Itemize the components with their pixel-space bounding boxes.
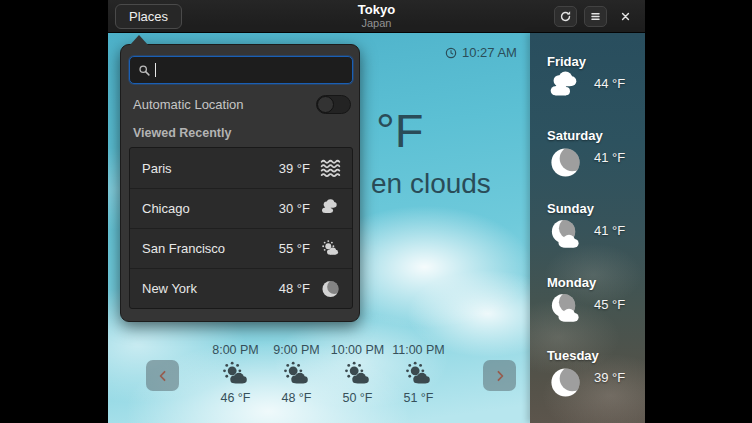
recent-places-list: Paris 39 °F Chicago 30 °F San Francisco … xyxy=(129,147,353,309)
chevron-left-icon xyxy=(156,369,170,383)
hour-temp: 50 °F xyxy=(342,391,372,405)
place-row-san-francisco[interactable]: San Francisco 55 °F xyxy=(130,228,352,268)
hourly-next-button[interactable] xyxy=(483,360,516,391)
hour-time: 8:00 PM xyxy=(212,343,259,357)
place-temp: 55 °F xyxy=(279,241,310,256)
header-actions xyxy=(554,6,637,27)
day-name: Sunday xyxy=(547,201,645,216)
day-temp: 45 °F xyxy=(594,297,625,312)
hourly-item: 11:00 PM 51 °F xyxy=(388,343,449,405)
moon-cloud-icon xyxy=(547,218,584,253)
place-name: Chicago xyxy=(142,201,190,216)
menu-button[interactable] xyxy=(584,6,607,27)
forecast-day-sunday[interactable]: Sunday 41 °F xyxy=(530,201,645,275)
screen: Places Tokyo Japan 10 xyxy=(0,0,752,423)
hourly-item: 10:00 PM 50 °F xyxy=(327,343,388,405)
weather-app-window: Places Tokyo Japan 10 xyxy=(108,0,645,423)
chevron-right-icon xyxy=(493,369,507,383)
hour-temp: 51 °F xyxy=(403,391,433,405)
close-icon xyxy=(619,10,632,23)
search-field[interactable] xyxy=(156,63,346,78)
place-name: Paris xyxy=(142,161,172,176)
hour-time: 9:00 PM xyxy=(273,343,320,357)
hour-temp: 48 °F xyxy=(281,391,311,405)
hourly-item: 9:00 PM 48 °F xyxy=(266,343,327,405)
place-name: New York xyxy=(142,281,197,296)
condition-text: en clouds xyxy=(371,167,491,201)
places-popover: Automatic Location Viewed Recently Paris… xyxy=(120,44,360,322)
hour-time: 10:00 PM xyxy=(331,343,385,357)
day-name: Tuesday xyxy=(547,348,645,363)
close-button[interactable] xyxy=(614,6,637,27)
forecast-day-tuesday[interactable]: Tuesday 39 °F xyxy=(530,348,645,422)
automatic-location-row: Automatic Location xyxy=(133,95,351,114)
clouds-icon xyxy=(318,198,343,219)
automatic-location-label: Automatic Location xyxy=(133,97,244,112)
day-temp: 41 °F xyxy=(594,150,625,165)
place-row-chicago[interactable]: Chicago 30 °F xyxy=(130,188,352,228)
popover-arrow xyxy=(130,35,148,45)
sun-cloud-icon xyxy=(220,360,251,390)
day-temp: 44 °F xyxy=(594,76,625,91)
moon-icon xyxy=(547,145,584,180)
forecast-day-monday[interactable]: Monday 45 °F xyxy=(530,275,645,349)
refresh-button[interactable] xyxy=(554,6,577,27)
automatic-location-toggle[interactable] xyxy=(316,95,351,114)
viewed-recently-heading: Viewed Recently xyxy=(133,126,231,140)
header-bar: Places Tokyo Japan xyxy=(108,0,645,33)
sun-cloud-icon xyxy=(403,360,434,390)
current-time: 10:27 AM xyxy=(445,45,517,60)
moon-cloud-icon xyxy=(547,292,584,327)
moon-icon xyxy=(547,365,584,400)
hourly-prev-button[interactable] xyxy=(146,360,179,391)
search-icon xyxy=(138,64,151,77)
current-time-label: 10:27 AM xyxy=(462,45,517,60)
sun-cloud-icon xyxy=(342,360,373,390)
place-temp: 48 °F xyxy=(279,281,310,296)
clock-icon xyxy=(445,47,457,59)
hourly-item: 8:00 PM 46 °F xyxy=(205,343,266,405)
day-name: Friday xyxy=(547,54,645,69)
sun-cloud-icon xyxy=(318,238,343,259)
place-row-new-york[interactable]: New York 48 °F xyxy=(130,268,352,308)
hour-time: 11:00 PM xyxy=(392,343,445,357)
place-name: San Francisco xyxy=(142,241,225,256)
hourly-forecast: 8:00 PM 46 °F 9:00 PM 48 °F 10:00 PM 50 … xyxy=(205,343,449,405)
hour-temp: 46 °F xyxy=(220,391,250,405)
search-input[interactable] xyxy=(129,56,353,84)
day-name: Monday xyxy=(547,275,645,290)
temperature-unit: °F xyxy=(376,107,424,154)
places-button[interactable]: Places xyxy=(115,4,182,29)
sun-cloud-icon xyxy=(281,360,312,390)
day-name: Saturday xyxy=(547,128,645,143)
place-temp: 39 °F xyxy=(279,161,310,176)
place-temp: 30 °F xyxy=(279,201,310,216)
refresh-icon xyxy=(559,10,572,23)
day-temp: 41 °F xyxy=(594,223,625,238)
clouds-icon xyxy=(547,71,584,106)
daily-forecast-sidebar: Friday 44 °F Saturday 41 °F Sunday xyxy=(530,33,645,423)
forecast-day-friday[interactable]: Friday 44 °F xyxy=(530,33,645,128)
menu-icon xyxy=(589,10,602,23)
fog-icon xyxy=(318,158,343,179)
toggle-knob xyxy=(317,96,334,113)
place-row-paris[interactable]: Paris 39 °F xyxy=(130,148,352,188)
forecast-day-saturday[interactable]: Saturday 41 °F xyxy=(530,128,645,202)
day-temp: 39 °F xyxy=(594,370,625,385)
moon-icon xyxy=(318,278,343,299)
